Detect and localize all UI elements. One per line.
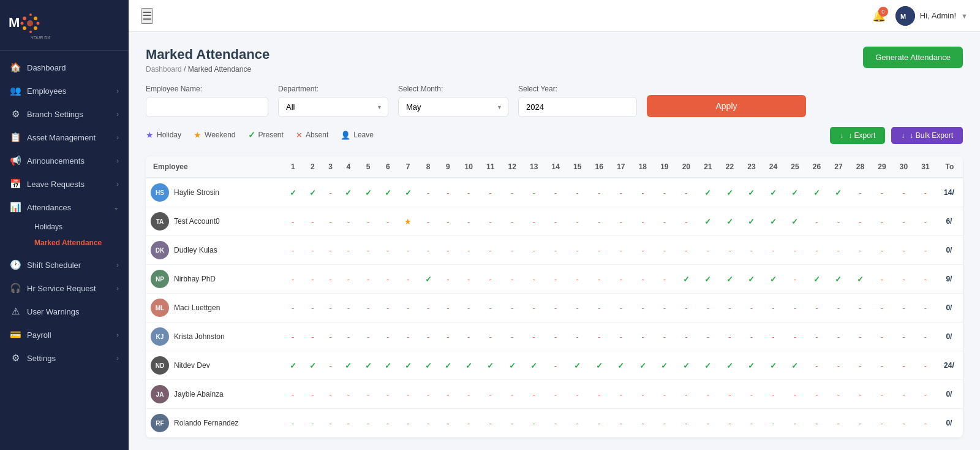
employee-cell: RFRolando Fernandez — [146, 409, 283, 438]
absent-dash: - — [467, 332, 470, 341]
day-7-cell: - — [398, 294, 418, 322]
sidebar-item-dashboard[interactable]: 🏠 Dashboard — [0, 56, 129, 79]
sidebar-item-user-warnings[interactable]: ⚠ User Warnings — [0, 300, 129, 323]
year-filter: Select Year: — [518, 85, 637, 117]
day-16-cell: - — [589, 265, 611, 294]
absent-dash: - — [576, 419, 579, 428]
absent-dash: - — [924, 419, 927, 428]
absent-dash: - — [447, 275, 449, 284]
day-23-cell: ✓ — [741, 351, 763, 380]
export-button[interactable]: ↓ ↓ Export — [830, 127, 885, 144]
absent-dash: - — [554, 188, 557, 197]
sidebar-item-branch-settings[interactable]: ⚙ Branch Settings › — [0, 102, 129, 126]
notification-button[interactable]: 🔔 0 — [872, 9, 886, 23]
day-7-cell: - — [398, 265, 418, 294]
sidebar-item-employees[interactable]: 👥 Employees › — [0, 79, 129, 102]
absent-dash: - — [447, 332, 449, 341]
absent-dash: - — [859, 246, 861, 255]
absent-dash: - — [554, 390, 557, 399]
sidebar-item-leave-requests[interactable]: 📅 Leave Requests › — [0, 172, 129, 196]
day-30-cell: - — [893, 322, 915, 351]
sidebar-item-label: Asset Management — [27, 133, 96, 142]
day-26-cell: - — [806, 236, 828, 265]
absent-dash: - — [859, 303, 861, 313]
bulk-export-button[interactable]: ↓ ↓ Bulk Export — [891, 127, 963, 144]
day-6-cell: - — [378, 409, 398, 438]
absent-dash: - — [292, 275, 294, 284]
month-select[interactable]: JanuaryFebruaryMarchApril MayJuneJulyAug… — [398, 97, 508, 117]
sidebar-item-marked-attendance[interactable]: Marked Attendance — [27, 235, 129, 251]
absent-dash: - — [859, 390, 861, 399]
avatar: HS — [151, 183, 169, 202]
absent-dash: - — [728, 332, 731, 341]
absent-dash: - — [663, 332, 666, 341]
breadcrumb-home[interactable]: Dashboard — [146, 65, 182, 74]
department-select[interactable]: All HR Engineering Sales Marketing — [278, 97, 388, 117]
day-31-cell: - — [914, 380, 937, 409]
absent-dash: - — [311, 332, 314, 341]
day-21-cell: ✓ — [697, 265, 719, 294]
svg-point-3 — [34, 17, 37, 20]
day-10-cell: - — [458, 294, 480, 322]
sidebar-item-announcements[interactable]: 📢 Announcements › — [0, 149, 129, 172]
day-28-cell: - — [850, 409, 872, 438]
sidebar-item-holidays[interactable]: Holidays — [27, 219, 129, 235]
day-31-cell: - — [914, 178, 937, 207]
day-20-cell: - — [676, 409, 698, 438]
present-icon: ✓ — [748, 275, 755, 284]
department-label: Department: — [278, 85, 388, 93]
absent-dash: - — [598, 332, 600, 341]
asset-icon: 📋 — [10, 132, 21, 143]
absent-dash: - — [311, 390, 314, 399]
employee-name: Rolando Fernandez — [174, 419, 238, 427]
chevron-right-icon: › — [116, 261, 119, 269]
absent-dash: - — [467, 275, 470, 284]
absent-dash: - — [367, 390, 369, 399]
hamburger-button[interactable]: ☰ — [141, 8, 153, 24]
sidebar-navigation: 🏠 Dashboard 👥 Employees › ⚙ Branch Setti… — [0, 51, 129, 450]
day-11-cell: - — [480, 178, 502, 207]
absent-dash: - — [772, 419, 774, 428]
present-icon: ✓ — [726, 188, 733, 197]
svg-point-1 — [23, 17, 26, 20]
present-icon: ✓ — [813, 275, 820, 284]
sidebar-item-payroll[interactable]: 💳 Payroll › — [0, 323, 129, 346]
day-12-cell: - — [501, 294, 523, 322]
employee-name-input[interactable] — [146, 97, 268, 117]
day-15-cell: - — [567, 294, 589, 322]
day-1-cell: - — [283, 207, 303, 236]
apply-button[interactable]: Apply — [647, 95, 806, 117]
day-27-cell: ✓ — [827, 178, 850, 207]
legend-leave: 👤 Leave — [341, 131, 374, 140]
svg-point-4 — [37, 22, 40, 25]
day-24-cell: - — [763, 380, 785, 409]
col-day-11: 11 — [480, 156, 502, 178]
absent-dash: - — [367, 217, 369, 226]
holiday-star-icon: ★ — [146, 130, 154, 140]
day-10-cell: - — [458, 265, 480, 294]
sidebar-item-hr-service[interactable]: 🎧 Hr Service Request › — [0, 276, 129, 300]
weekend-star-icon: ★ — [194, 130, 202, 140]
day-24-cell: ✓ — [763, 207, 785, 236]
day-10-cell: ✓ — [458, 351, 480, 380]
day-6-cell: - — [378, 294, 398, 322]
user-menu[interactable]: M Hi, Admin! ▼ — [895, 6, 968, 26]
employee-cell: TATest Account0 — [146, 207, 283, 236]
absent-dash: - — [329, 188, 331, 197]
absent-dash: - — [663, 217, 666, 226]
sidebar-item-settings[interactable]: ⚙ Settings › — [0, 346, 129, 370]
shift-icon: 🕐 — [10, 259, 21, 270]
day-14-cell: - — [545, 265, 567, 294]
sidebar-item-attendances[interactable]: 📊 Attendances ⌄ — [0, 196, 129, 219]
year-input[interactable] — [518, 97, 637, 117]
sidebar-item-asset-management[interactable]: 📋 Asset Management › — [0, 126, 129, 149]
present-icon: ✓ — [683, 275, 690, 284]
sidebar-item-shift-scheduler[interactable]: 🕐 Shift Scheduler › — [0, 253, 129, 276]
present-icon: ✓ — [509, 361, 516, 370]
absent-dash: - — [511, 246, 513, 255]
day-21-cell: ✓ — [697, 351, 719, 380]
absent-dash: - — [292, 246, 294, 255]
sidebar-item-label: Employees — [27, 86, 66, 96]
day-5-cell: ✓ — [358, 351, 378, 380]
generate-attendance-button[interactable]: Generate Attendance — [863, 47, 963, 68]
